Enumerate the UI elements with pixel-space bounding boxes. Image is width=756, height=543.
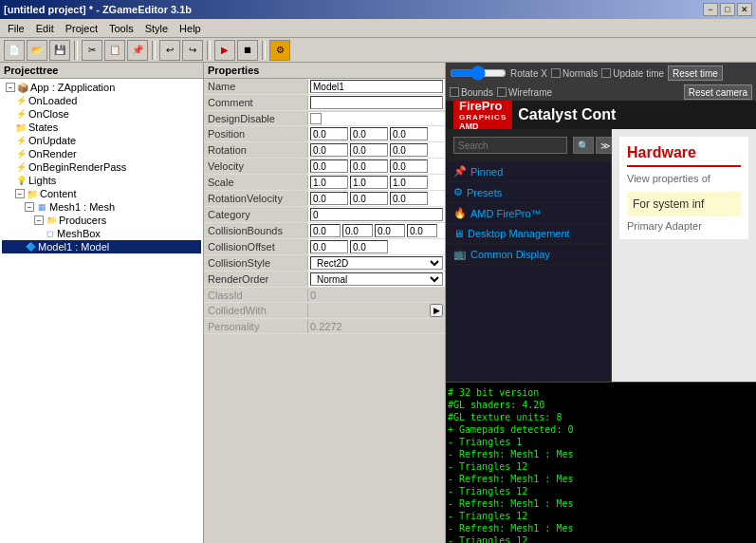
prop-row-personality: Personality 0.2272: [204, 319, 445, 334]
prop-label-collisionstyle: CollisionStyle: [204, 256, 308, 270]
tb-undo[interactable]: ↩: [159, 40, 180, 61]
prop-input-name[interactable]: [310, 80, 443, 93]
menu-file[interactable]: File: [2, 21, 30, 36]
expand-app[interactable]: −: [6, 83, 15, 92]
tree-item-mesh1[interactable]: − ▦ Mesh1 : Mesh: [2, 200, 201, 214]
presets-icon: ⚙: [453, 186, 463, 198]
prop-rotvel-x[interactable]: [310, 192, 348, 205]
tree-label-onloaded: OnLoaded: [28, 95, 77, 106]
expand-producers[interactable]: −: [34, 215, 44, 225]
tb-run[interactable]: ▶: [214, 40, 235, 61]
collidedwith-expand-btn[interactable]: ▶: [430, 304, 443, 317]
tb-redo[interactable]: ↪: [182, 40, 203, 61]
tree-item-content[interactable]: − 📁 Content: [2, 187, 201, 200]
prop-co-2[interactable]: [350, 240, 388, 253]
update-time-label: Update time: [601, 68, 664, 79]
menu-edit[interactable]: Edit: [30, 21, 60, 36]
tree-item-onbeginrenderpass[interactable]: ⚡ OnBeginRenderPass: [2, 160, 201, 174]
log-line-6: - Refresh: Mesh1 : Mes: [448, 448, 752, 460]
tb-paste[interactable]: 📌: [127, 40, 148, 61]
update-time-checkbox[interactable]: [601, 68, 611, 78]
tb-copy[interactable]: 📋: [104, 40, 125, 61]
prop-velocity-x[interactable]: [310, 159, 348, 173]
prop-cb-1[interactable]: [310, 224, 341, 237]
amd-menu-desktop[interactable]: 🖥 Desktop Management: [446, 224, 611, 244]
tb-save[interactable]: 💾: [49, 40, 70, 61]
reset-time-button[interactable]: Reset time: [668, 66, 723, 81]
amd-menu-presets[interactable]: ⚙ Presets: [446, 182, 611, 203]
log-line-3: #GL texture units: 8: [448, 411, 752, 423]
expand-content[interactable]: −: [15, 189, 25, 198]
prop-select-renderorder[interactable]: Normal Background Foreground: [310, 272, 443, 286]
menu-help[interactable]: Help: [174, 21, 207, 36]
prop-scale-z[interactable]: [390, 176, 428, 189]
tree-item-onclose[interactable]: ⚡ OnClose: [2, 107, 201, 121]
prop-checkbox-designdisable[interactable]: [310, 113, 322, 124]
prop-co-1[interactable]: [310, 240, 348, 253]
tree-item-onupdate[interactable]: ⚡ OnUpdate: [2, 134, 201, 147]
menu-style[interactable]: Style: [139, 21, 174, 36]
tree-item-lights[interactable]: 💡 Lights: [2, 174, 201, 187]
tb-cut[interactable]: ✂: [82, 40, 102, 61]
prop-input-comment[interactable]: [310, 96, 443, 109]
tb-new[interactable]: 📄: [4, 40, 25, 61]
tree-item-producers[interactable]: − 📁 Producers: [2, 214, 201, 227]
amd-menu-pinned[interactable]: 📌 Pinned: [446, 161, 611, 182]
amd-search-input[interactable]: [453, 137, 567, 154]
maximize-button[interactable]: □: [720, 3, 735, 16]
for-system-text: For system inf: [627, 192, 741, 216]
expand-mesh1[interactable]: −: [25, 202, 34, 212]
prop-position-x[interactable]: [310, 127, 348, 140]
tree-item-meshbox[interactable]: ◻ MeshBox: [2, 227, 201, 240]
prop-rotvel-z[interactable]: [390, 192, 428, 205]
prop-rotation-x[interactable]: [310, 143, 348, 157]
prop-position-z[interactable]: [390, 127, 428, 140]
properties-panel: Properties Name Comment DesignDisable: [204, 63, 446, 543]
tree-item-onloaded[interactable]: ⚡ OnLoaded: [2, 94, 201, 107]
model1-icon: 🔷: [25, 241, 36, 253]
amd-menu-firepro[interactable]: 🔥 AMD FirePro™: [446, 203, 611, 224]
log-line-5: - Triangles 1: [448, 436, 752, 448]
prop-scale-y[interactable]: [350, 176, 388, 189]
menu-tools[interactable]: Tools: [103, 21, 139, 36]
close-button[interactable]: ✕: [737, 3, 752, 16]
prop-value-designdisable: [308, 112, 445, 125]
wireframe-checkbox[interactable]: [497, 87, 507, 97]
amd-search-button[interactable]: 🔍: [573, 137, 594, 154]
prop-position-y[interactable]: [350, 127, 388, 140]
tree-item-states[interactable]: 📁 States: [2, 121, 201, 134]
onbeginrender-icon: ⚡: [15, 161, 27, 173]
prop-velocity-y[interactable]: [350, 159, 388, 173]
log-line-8: - Refresh: Mesh1 : Mes: [448, 473, 752, 485]
prop-scale-x[interactable]: [310, 176, 348, 189]
minimize-button[interactable]: −: [703, 3, 718, 16]
prop-cb-3[interactable]: [375, 224, 405, 237]
prop-select-collisionstyle[interactable]: Rect2D Circle None: [310, 256, 443, 270]
tree-item-model1[interactable]: 🔷 Model1 : Model: [2, 240, 201, 253]
tree-item-onrender[interactable]: ⚡ OnRender: [2, 147, 201, 160]
prop-cb-4[interactable]: [407, 224, 437, 237]
bounds-checkbox[interactable]: [450, 87, 459, 97]
tb-extra[interactable]: ⚙: [269, 40, 290, 61]
prop-input-category[interactable]: [310, 208, 443, 221]
prop-label-position: Position: [204, 127, 308, 140]
reset-camera-button[interactable]: Reset camera: [684, 84, 752, 100]
prop-rotvel-y[interactable]: [350, 192, 388, 205]
prop-rotation-y[interactable]: [350, 143, 388, 157]
tb-stop[interactable]: ⏹: [237, 40, 258, 61]
prop-label-category: Category: [204, 208, 308, 221]
normals-checkbox[interactable]: [551, 68, 561, 78]
prop-velocity-z[interactable]: [390, 159, 428, 173]
prop-value-velocity: [308, 159, 445, 174]
prop-value-scale: [308, 175, 445, 190]
tree-label-onrender: OnRender: [28, 148, 77, 159]
amd-menu-display[interactable]: 📺 Common Display: [446, 244, 611, 265]
prop-rotation-z[interactable]: [390, 143, 428, 157]
menu-project[interactable]: Project: [60, 21, 103, 36]
prop-value-renderorder: Normal Background Foreground: [308, 272, 445, 287]
tb-open[interactable]: 📂: [27, 40, 47, 61]
prop-cb-2[interactable]: [342, 224, 373, 237]
tree-label-content: Content: [40, 188, 77, 199]
rotate-x-slider[interactable]: [450, 67, 507, 79]
tree-item-app[interactable]: − 📦 App : ZApplication: [2, 81, 201, 94]
